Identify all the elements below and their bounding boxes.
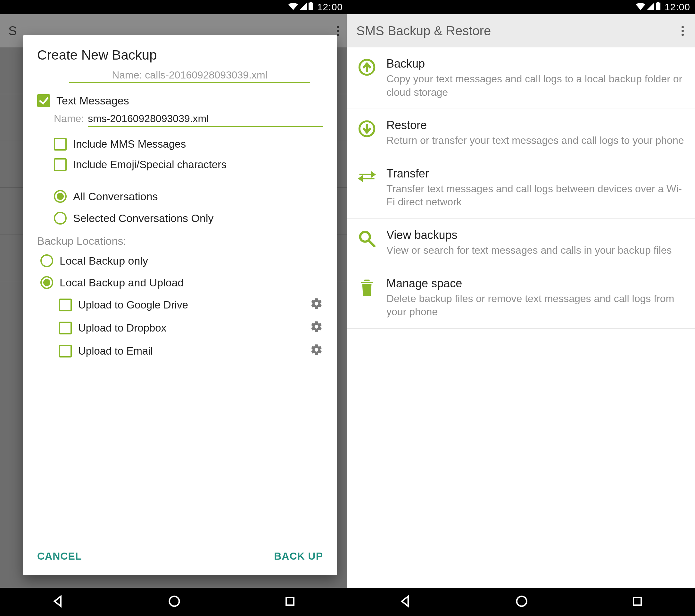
checkbox-icon[interactable] bbox=[54, 158, 67, 171]
recent-apps-icon[interactable] bbox=[631, 595, 644, 609]
checkbox-icon[interactable] bbox=[54, 138, 67, 151]
menu-item-desc: View or search for text messages and cal… bbox=[386, 244, 686, 257]
menu-item-desc: Delete backup files or remove text messa… bbox=[386, 292, 686, 319]
all-conversations-label: All Conversations bbox=[73, 190, 158, 203]
svg-rect-6 bbox=[633, 597, 641, 605]
all-conversations-radio-row[interactable]: All Conversations bbox=[54, 186, 323, 207]
svg-rect-1 bbox=[286, 597, 294, 605]
backup-locations-label: Backup Locations: bbox=[37, 235, 323, 247]
overflow-menu-icon bbox=[337, 26, 339, 36]
wifi-icon bbox=[636, 2, 645, 13]
radio-icon[interactable] bbox=[54, 212, 67, 225]
text-messages-checkbox-row[interactable]: Text Messages bbox=[37, 91, 323, 110]
home-icon[interactable] bbox=[514, 594, 529, 610]
local-backup-upload-label: Local Backup and Upload bbox=[60, 276, 184, 289]
local-backup-only-label: Local Backup only bbox=[60, 255, 148, 267]
sms-filename-row[interactable]: Name: sms-20160928093039.xml bbox=[54, 113, 323, 127]
selected-conversations-radio-row[interactable]: Selected Conversations Only bbox=[54, 207, 323, 229]
checkbox-icon[interactable] bbox=[59, 322, 72, 335]
upload-email-label: Upload to Email bbox=[78, 345, 304, 357]
menu-item-view-backups[interactable]: View backups View or search for text mes… bbox=[348, 219, 695, 267]
upload-gdrive-label: Upload to Google Drive bbox=[78, 299, 304, 311]
svg-point-0 bbox=[170, 597, 180, 606]
battery-icon bbox=[656, 2, 661, 13]
selected-conversations-label: Selected Conversations Only bbox=[73, 212, 214, 225]
name-label: Name: bbox=[54, 113, 84, 125]
menu-item-transfer[interactable]: Transfer Transfer text messages and call… bbox=[348, 157, 695, 219]
dialog-title: Create New Backup bbox=[23, 47, 337, 69]
cell-signal-icon bbox=[647, 2, 654, 13]
include-mms-label: Include MMS Messages bbox=[73, 138, 186, 150]
trash-icon bbox=[356, 277, 377, 297]
gear-icon[interactable] bbox=[310, 297, 323, 313]
menu-item-title: Manage space bbox=[386, 277, 686, 290]
home-icon[interactable] bbox=[167, 594, 181, 610]
status-time: 12:00 bbox=[317, 2, 343, 13]
upload-gdrive-row[interactable]: Upload to Google Drive bbox=[59, 293, 323, 316]
phone-left: 12:00 S Create New Backup Name: calls-20… bbox=[0, 0, 348, 616]
calls-filename-field[interactable]: Name: calls-20160928093039.xml bbox=[69, 69, 310, 83]
create-backup-dialog: Create New Backup Name: calls-2016092809… bbox=[23, 35, 337, 575]
gear-icon[interactable] bbox=[310, 343, 323, 359]
menu-item-desc: Return or transfer your text messages an… bbox=[386, 134, 686, 147]
checkbox-icon[interactable] bbox=[59, 345, 72, 358]
menu-item-title: View backups bbox=[386, 228, 686, 242]
include-emoji-checkbox-row[interactable]: Include Emoji/Special characters bbox=[54, 154, 323, 175]
status-bar: 12:00 bbox=[0, 0, 348, 14]
sms-filename-field[interactable]: sms-20160928093039.xml bbox=[88, 113, 323, 127]
recent-apps-icon[interactable] bbox=[284, 595, 296, 609]
gear-icon[interactable] bbox=[310, 320, 323, 336]
back-icon[interactable] bbox=[398, 594, 412, 610]
upload-email-row[interactable]: Upload to Email bbox=[59, 340, 323, 363]
search-icon bbox=[356, 228, 377, 247]
menu-item-title: Backup bbox=[386, 57, 686, 70]
svg-point-5 bbox=[517, 597, 527, 606]
include-emoji-label: Include Emoji/Special characters bbox=[73, 158, 226, 171]
transfer-icon bbox=[356, 167, 377, 184]
backup-icon bbox=[356, 57, 377, 76]
menu-item-title: Transfer bbox=[386, 167, 686, 181]
nav-bar bbox=[0, 588, 348, 616]
cancel-button[interactable]: CANCEL bbox=[37, 550, 82, 562]
local-backup-only-radio-row[interactable]: Local Backup only bbox=[40, 250, 323, 272]
local-backup-upload-radio-row[interactable]: Local Backup and Upload bbox=[40, 272, 323, 293]
upload-dropbox-row[interactable]: Upload to Dropbox bbox=[59, 316, 323, 340]
include-mms-checkbox-row[interactable]: Include MMS Messages bbox=[54, 134, 323, 154]
menu-item-title: Restore bbox=[386, 119, 686, 132]
restore-icon bbox=[356, 119, 377, 138]
checkbox-icon[interactable] bbox=[59, 298, 72, 311]
menu-item-restore[interactable]: Restore Return or transfer your text mes… bbox=[348, 109, 695, 157]
nav-bar bbox=[348, 588, 695, 616]
phone-right: 12:00 SMS Backup & Restore Backup Copy y… bbox=[348, 0, 695, 616]
wifi-icon bbox=[288, 2, 298, 13]
radio-selected-icon[interactable] bbox=[40, 276, 53, 289]
status-bar: 12:00 bbox=[348, 0, 695, 14]
backup-button[interactable]: BACK UP bbox=[274, 550, 323, 562]
checkbox-checked-icon[interactable] bbox=[37, 94, 50, 107]
menu-item-desc: Transfer text messages and call logs bet… bbox=[386, 182, 686, 209]
bg-app-title-stub: S bbox=[9, 24, 17, 38]
main-menu-list: Backup Copy your text messages and call … bbox=[348, 47, 695, 329]
dialog-actions: CANCEL BACK UP bbox=[23, 539, 337, 575]
dialog-body[interactable]: Name: calls-20160928093039.xml Text Mess… bbox=[23, 69, 337, 539]
text-messages-label: Text Messages bbox=[56, 95, 129, 107]
cell-signal-icon bbox=[299, 2, 307, 13]
radio-selected-icon[interactable] bbox=[54, 190, 67, 203]
battery-icon bbox=[308, 2, 313, 13]
status-time: 12:00 bbox=[664, 2, 690, 13]
menu-item-backup[interactable]: Backup Copy your text messages and call … bbox=[348, 47, 695, 109]
overflow-menu-icon[interactable] bbox=[680, 24, 686, 38]
radio-icon[interactable] bbox=[40, 254, 53, 267]
back-icon[interactable] bbox=[51, 594, 65, 610]
menu-item-desc: Copy your text messages and call logs to… bbox=[386, 72, 686, 99]
upload-dropbox-label: Upload to Dropbox bbox=[78, 322, 304, 334]
menu-item-manage-space[interactable]: Manage space Delete backup files or remo… bbox=[348, 267, 695, 329]
app-title: SMS Backup & Restore bbox=[356, 24, 491, 38]
app-bar: SMS Backup & Restore bbox=[348, 14, 695, 47]
